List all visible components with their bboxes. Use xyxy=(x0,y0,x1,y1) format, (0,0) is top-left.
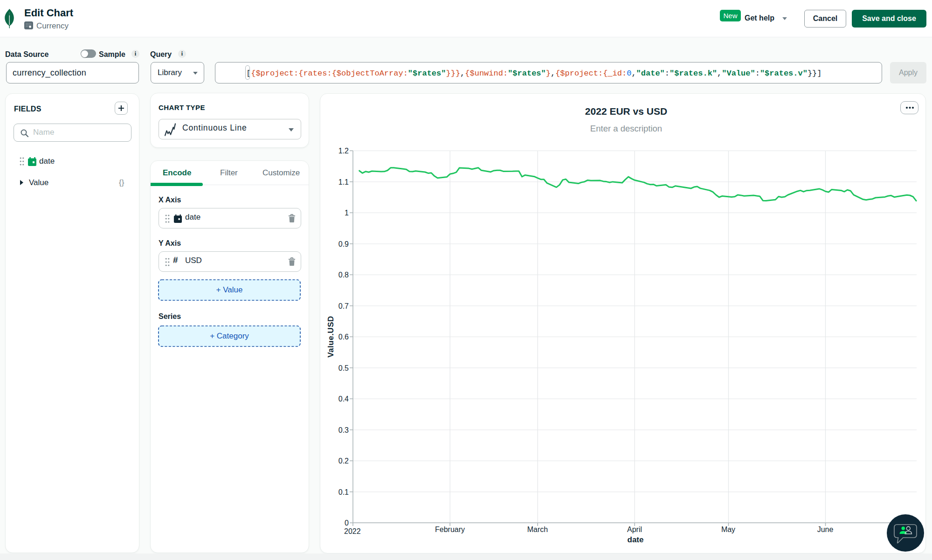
svg-text:0.4: 0.4 xyxy=(338,395,349,403)
svg-text:1: 1 xyxy=(345,209,349,217)
svg-text:0.7: 0.7 xyxy=(338,302,349,310)
svg-text:1.2: 1.2 xyxy=(338,147,349,155)
svg-text:0.8: 0.8 xyxy=(338,271,349,279)
svg-text:0.5: 0.5 xyxy=(338,364,349,372)
svg-text:0.1: 0.1 xyxy=(338,488,349,496)
svg-text:May: May xyxy=(721,525,735,533)
svg-text:1.1: 1.1 xyxy=(338,178,349,186)
svg-text:0: 0 xyxy=(345,519,349,527)
svg-text:Value.USD: Value.USD xyxy=(326,316,335,358)
svg-text:February: February xyxy=(435,525,465,533)
svg-text:April: April xyxy=(627,525,642,533)
svg-text:June: June xyxy=(817,525,834,533)
svg-text:0.9: 0.9 xyxy=(338,240,349,248)
svg-text:2022: 2022 xyxy=(344,527,361,535)
svg-text:date: date xyxy=(628,535,644,544)
svg-text:0.3: 0.3 xyxy=(338,426,349,434)
svg-text:0.6: 0.6 xyxy=(338,333,349,341)
svg-text:March: March xyxy=(527,525,548,533)
svg-text:0.2: 0.2 xyxy=(338,457,349,465)
